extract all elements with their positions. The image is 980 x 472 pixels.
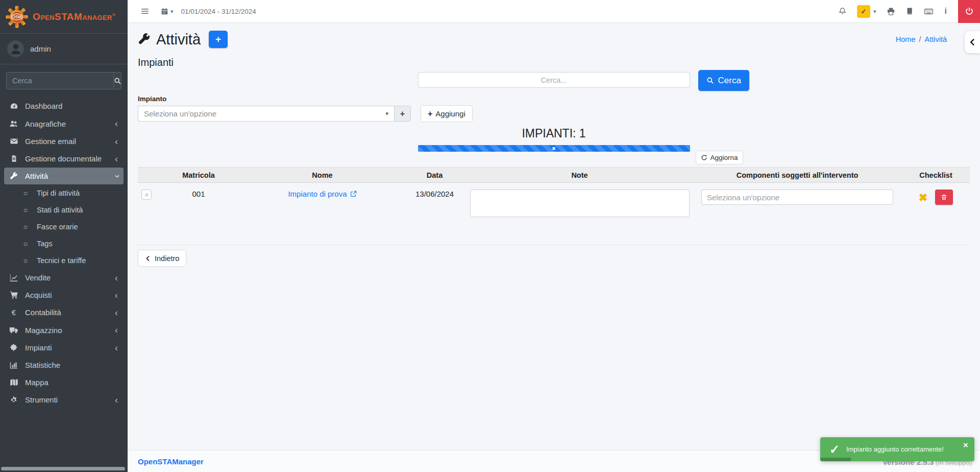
info-icon[interactable]: i (944, 7, 948, 16)
search-input[interactable] (418, 72, 690, 88)
add-activity-button[interactable]: + (209, 31, 228, 48)
printer-icon[interactable] (887, 7, 895, 16)
gear-logo-icon: OSM (5, 5, 29, 29)
sidebar-item-label: Attività (25, 172, 48, 180)
sidebar-item-statistiche[interactable]: Statistiche (4, 357, 124, 373)
logo-text: OSM (12, 14, 22, 19)
aggiungi-button[interactable]: + Aggiungi (421, 105, 473, 122)
sidebar-item-strumenti[interactable]: Strumenti ‹ (4, 391, 124, 408)
table-header: Nome (242, 168, 403, 183)
close-icon[interactable]: × (963, 441, 968, 450)
check-icon: ✓ (829, 442, 840, 457)
table-header: Componenti soggetti all'intervento (693, 168, 902, 183)
circle-icon: ○ (19, 256, 32, 265)
breadcrumb-separator: / (919, 35, 921, 43)
chevron-left-icon: ‹ (115, 138, 120, 145)
bell-icon[interactable] (838, 7, 847, 16)
sidebar-item-attivita[interactable]: Attività ‹ (4, 168, 124, 184)
chart-line-icon (8, 273, 20, 282)
plus-icon: + (215, 34, 221, 45)
sidebar-search-input[interactable] (7, 73, 113, 89)
aggiorna-button[interactable]: Aggiorna (696, 151, 743, 164)
sidebar-item-tecnici-e-tariffe[interactable]: ○ Tecnici e tariffe (4, 252, 124, 269)
circle-icon: ○ (19, 223, 32, 231)
breadcrumb-home-link[interactable]: Home (896, 35, 916, 43)
sidebar-item-magazzino[interactable]: Magazzino ‹ (4, 321, 124, 339)
search-icon (706, 77, 714, 84)
book-icon[interactable] (905, 7, 914, 15)
username: admin (30, 44, 51, 53)
row-componenti-input[interactable] (701, 190, 893, 205)
toast-message: Impianto aggiunto correttamente! (846, 445, 959, 453)
cart-icon (8, 291, 20, 299)
checklist-toggle-icon[interactable]: ✖ (919, 192, 928, 203)
sidebar-item-vendite[interactable]: Vendite ‹ (4, 269, 124, 286)
brand-name: OpenSTAManager® (33, 11, 115, 22)
row-impianto-name: Impianto di prova (288, 190, 347, 198)
caret-down-icon: ▾ (385, 110, 388, 117)
sidebar-item-label: Tipi di attività (37, 189, 80, 197)
wrench-icon (8, 172, 20, 180)
sidebar-item-stati-di-attivita[interactable]: ○ Stati di attività (4, 202, 124, 218)
breadcrumb-current-link[interactable]: Attività (924, 35, 947, 43)
impianto-select[interactable]: Seleziona un'opzione ▾ (138, 106, 394, 122)
chevron-left-icon: ‹ (115, 397, 120, 403)
sidebar-item-tags[interactable]: ○ Tags (4, 235, 124, 252)
sidebar-search-button[interactable] (113, 73, 121, 89)
sidebar-item-gestione-email[interactable]: Gestione email ‹ (4, 133, 124, 150)
row-select-radio[interactable]: ○ (141, 190, 152, 200)
impianti-summary: IMPIANTI: 1 ✖ Aggiorna (418, 127, 690, 152)
date-range[interactable]: 01/01/2024 - 31/12/2024 (181, 8, 256, 15)
footer-brand-link[interactable]: OpenSTAManager (138, 457, 204, 466)
content: Attività + Home / Attività Impianti Cerc… (128, 23, 980, 450)
check-toggle-button[interactable]: ✓ (857, 5, 870, 18)
title-row: Attività + Home / Attività (138, 31, 970, 48)
progress-marker-icon: ✖ (552, 146, 556, 151)
search-button[interactable]: Cerca (698, 70, 749, 91)
sidebar-item-contabilita[interactable]: € Contabilità ‹ (4, 304, 124, 321)
circle-icon: ○ (19, 240, 32, 248)
main-area: ▾ 01/01/2024 - 31/12/2024 ✓ ▾ i (128, 0, 980, 472)
external-link-icon (350, 191, 357, 197)
tachometer-icon (8, 102, 20, 110)
chevron-left-icon: ‹ (115, 275, 120, 281)
sidebar-item-gestione-documentale[interactable]: Gestione documentale ‹ (4, 150, 124, 167)
sidebar-item-label: Dashboard (25, 102, 62, 110)
map-icon (8, 378, 20, 387)
caret-down-icon[interactable]: ▾ (873, 8, 876, 15)
logout-button[interactable] (958, 0, 980, 23)
sidebar-scrollbar-thumb[interactable] (1, 467, 125, 470)
sidebar-item-tipi-di-attivita[interactable]: ○ Tipi di attività (4, 185, 124, 201)
sidebar-item-fasce-orarie[interactable]: ○ Fasce orarie (4, 219, 124, 235)
delete-row-button[interactable] (935, 190, 953, 205)
hamburger-icon[interactable] (140, 7, 150, 16)
row-note-textarea[interactable] (470, 190, 690, 217)
user-panel[interactable]: admin (0, 34, 128, 64)
registered-mark: ® (112, 12, 115, 17)
impianti-progress-bar: ✖ (418, 145, 690, 152)
row-impianto-link[interactable]: Impianto di prova (288, 190, 356, 198)
toast-notification: ✓ Impianto aggiunto correttamente! × (820, 437, 974, 461)
page-title: Attività (156, 31, 201, 48)
sidebar-item-label: Tecnici e tariffe (37, 256, 86, 265)
app-logo[interactable]: OSM OpenSTAManager® (0, 0, 128, 34)
refresh-icon (701, 154, 707, 161)
calendar-dropdown[interactable]: ▾ (161, 8, 174, 15)
sidebar-item-impianti[interactable]: Impianti ‹ (4, 339, 124, 356)
plug-icon (8, 344, 20, 352)
sidebar-item-mappa[interactable]: Mappa (4, 374, 124, 391)
sidebar-search (6, 72, 121, 89)
impianto-row: Seleziona un'opzione ▾ + + Aggiungi (138, 106, 970, 122)
calendar-icon (161, 8, 168, 15)
power-icon (965, 7, 974, 16)
back-button[interactable]: Indietro (138, 250, 186, 267)
impianto-quick-add-button[interactable]: + (394, 106, 411, 122)
keyboard-icon[interactable] (924, 7, 934, 16)
sidebar-item-anagrafiche[interactable]: Anagrafiche ‹ (4, 115, 124, 132)
sidebar-nav: Dashboard Anagrafiche ‹ Gestione email ‹… (0, 96, 128, 410)
sidebar-item-acquisti[interactable]: Acquisti ‹ (4, 287, 124, 303)
side-panel-toggle[interactable] (965, 31, 980, 53)
sidebar-item-dashboard[interactable]: Dashboard (4, 98, 124, 114)
table-header-row: Matricola Nome Data Note Componenti sogg… (138, 168, 970, 183)
caret-down-icon: ▾ (170, 8, 174, 15)
